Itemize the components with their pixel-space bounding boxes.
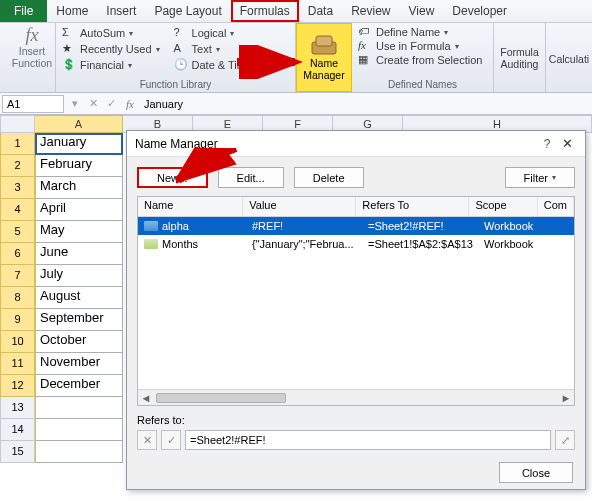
tab-view[interactable]: View [400, 0, 444, 22]
name-box[interactable] [2, 95, 64, 113]
logical-button[interactable]: ?Logical▾ [174, 25, 261, 41]
name-manager-button[interactable]: Name Manager [296, 23, 352, 92]
cancel-icon[interactable]: ✕ [84, 97, 102, 110]
row-header[interactable]: 15 [0, 441, 35, 463]
namebox-dropdown[interactable]: ▾ [66, 97, 84, 110]
row-header[interactable]: 1 [0, 133, 35, 155]
scroll-left-icon[interactable]: ◄ [138, 392, 154, 404]
help-icon[interactable]: ? [537, 137, 557, 151]
text-button[interactable]: AText▾ [174, 41, 261, 57]
clock-icon: 🕒 [174, 58, 188, 72]
row-header[interactable]: 2 [0, 155, 35, 177]
horizontal-scrollbar[interactable]: ◄ ► [138, 389, 574, 405]
date-time-button[interactable]: 🕒Date & Time▾ [174, 57, 261, 73]
cell[interactable]: August [35, 287, 123, 309]
tab-developer[interactable]: Developer [443, 0, 516, 22]
sigma-icon: Σ [62, 26, 76, 40]
group-defined-names: Defined Names [358, 79, 487, 92]
column-header-a[interactable]: A [35, 115, 123, 133]
close-icon[interactable]: ✕ [557, 136, 577, 151]
fx-icon[interactable]: fx [120, 98, 140, 110]
list-item[interactable]: Months {"January";"Februa... =Sheet1!$A$… [138, 235, 574, 253]
list-item[interactable]: alpha #REF! =Sheet2!#REF! Workbook [138, 217, 574, 235]
refers-to-input[interactable] [185, 430, 551, 450]
tab-insert[interactable]: Insert [97, 0, 145, 22]
close-button[interactable]: Close [499, 462, 573, 483]
col-name[interactable]: Name [138, 197, 243, 216]
collapse-dialog-icon[interactable]: ⤢ [555, 430, 575, 450]
row-header[interactable]: 5 [0, 221, 35, 243]
cell[interactable]: December [35, 375, 123, 397]
scroll-right-icon[interactable]: ► [558, 392, 574, 404]
grid-icon: ▦ [358, 53, 372, 67]
col-value[interactable]: Value [243, 197, 356, 216]
create-from-selection-button[interactable]: ▦Create from Selection [358, 53, 487, 67]
cell[interactable]: November [35, 353, 123, 375]
tab-review[interactable]: Review [342, 0, 399, 22]
name-icon [144, 239, 158, 249]
name-manager-dialog: Name Manager ? ✕ New... Edit... Delete F… [126, 130, 586, 490]
refers-to-label: Refers to: [137, 414, 185, 426]
financial-button[interactable]: 💲Financial▾ [62, 57, 160, 73]
formula-bar: ▾ ✕ ✓ fx January [0, 93, 592, 115]
recently-used-button[interactable]: ★Recently Used▾ [62, 41, 160, 57]
tab-formulas[interactable]: Formulas [231, 0, 299, 22]
cell[interactable]: June [35, 243, 123, 265]
row-header[interactable]: 9 [0, 309, 35, 331]
cell[interactable]: March [35, 177, 123, 199]
tag-icon: 🏷 [358, 25, 372, 39]
col-comment[interactable]: Com [538, 197, 574, 216]
row-header[interactable]: 14 [0, 419, 35, 441]
refers-accept-icon[interactable]: ✓ [161, 430, 181, 450]
delete-button[interactable]: Delete [294, 167, 364, 188]
scroll-thumb[interactable] [156, 393, 286, 403]
tab-file[interactable]: File [0, 0, 47, 22]
cell[interactable] [35, 419, 123, 441]
row-header[interactable]: 10 [0, 331, 35, 353]
col-scope[interactable]: Scope [469, 197, 537, 216]
fx-small-icon: fx [358, 39, 372, 53]
money-icon: 💲 [62, 58, 76, 72]
cell[interactable]: January [35, 133, 123, 155]
name-manager-icon [310, 34, 338, 56]
row-header[interactable]: 13 [0, 397, 35, 419]
star-icon: ★ [62, 42, 76, 56]
cell[interactable]: October [35, 331, 123, 353]
calculation-button[interactable]: Calculati [549, 53, 589, 65]
select-all-corner[interactable] [0, 115, 35, 133]
ribbon: fx Insert Function ΣAutoSum▾ ★Recently U… [0, 23, 592, 93]
refers-cancel-icon[interactable]: ✕ [137, 430, 157, 450]
tab-home[interactable]: Home [47, 0, 97, 22]
cell[interactable] [35, 441, 123, 463]
insert-function-button[interactable]: fx Insert Function [6, 25, 58, 69]
cell[interactable]: July [35, 265, 123, 287]
cell[interactable]: February [35, 155, 123, 177]
question-icon: ? [174, 26, 188, 40]
row-header[interactable]: 4 [0, 199, 35, 221]
tab-data[interactable]: Data [299, 0, 342, 22]
svg-rect-1 [316, 36, 332, 46]
text-icon: A [174, 42, 188, 56]
use-in-formula-button[interactable]: fxUse in Formula▾ [358, 39, 487, 53]
tab-page-layout[interactable]: Page Layout [145, 0, 230, 22]
row-header[interactable]: 6 [0, 243, 35, 265]
enter-icon[interactable]: ✓ [102, 97, 120, 110]
cell[interactable] [35, 397, 123, 419]
name-icon [144, 221, 158, 231]
row-header[interactable]: 8 [0, 287, 35, 309]
new-button[interactable]: New... [137, 167, 208, 188]
define-name-button[interactable]: 🏷Define Name▾ [358, 25, 487, 39]
row-header[interactable]: 11 [0, 353, 35, 375]
cell[interactable]: May [35, 221, 123, 243]
filter-button[interactable]: Filter▾ [505, 167, 575, 188]
autosum-button[interactable]: ΣAutoSum▾ [62, 25, 160, 41]
formula-value[interactable]: January [140, 98, 592, 110]
formula-auditing-button[interactable]: Formula Auditing [500, 47, 539, 70]
cell[interactable]: April [35, 199, 123, 221]
col-refers[interactable]: Refers To [356, 197, 469, 216]
row-header[interactable]: 12 [0, 375, 35, 397]
row-header[interactable]: 7 [0, 265, 35, 287]
row-header[interactable]: 3 [0, 177, 35, 199]
edit-button[interactable]: Edit... [218, 167, 284, 188]
cell[interactable]: September [35, 309, 123, 331]
